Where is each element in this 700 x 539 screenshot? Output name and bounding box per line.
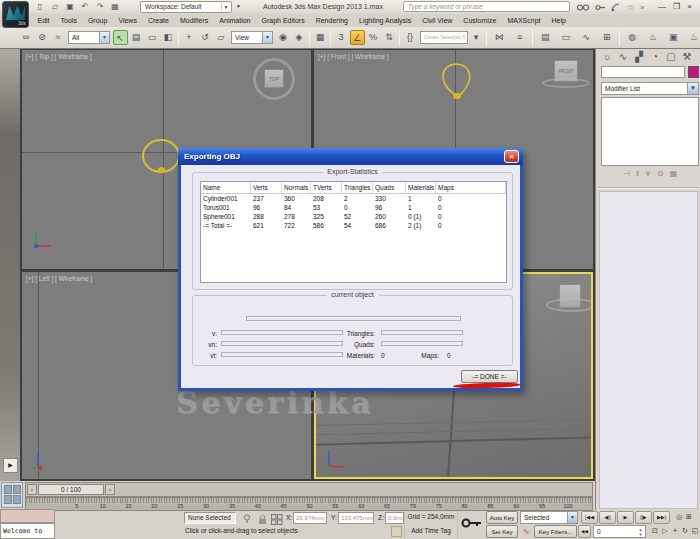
go-to-start-button[interactable]: |◀◀ bbox=[581, 511, 598, 524]
previous-frame-arrow[interactable]: < bbox=[27, 484, 37, 495]
maximize-viewport-icon[interactable]: ◱ bbox=[690, 525, 700, 538]
absolute-relative-coords-icon[interactable] bbox=[271, 514, 283, 525]
menu-civil-view[interactable]: Civil View bbox=[417, 17, 458, 24]
subscription-key-icon[interactable] bbox=[595, 3, 605, 12]
time-slider-track[interactable]: < 0 / 100 > bbox=[25, 482, 593, 497]
make-unique-icon[interactable]: ∨ bbox=[645, 169, 651, 178]
current-frame-field[interactable]: 0▲▼ bbox=[593, 525, 646, 538]
object-name-field[interactable] bbox=[601, 66, 685, 78]
x-coord-field[interactable]: 26,974mm bbox=[293, 512, 327, 524]
window-crossing-icon[interactable]: ◧ bbox=[161, 30, 176, 45]
selection-filter-dropdown-arrow[interactable]: ▼ bbox=[99, 32, 109, 43]
rectangular-selection-region-icon[interactable]: ▭ bbox=[145, 30, 160, 45]
angle-snap-toggle-icon[interactable]: ∠ bbox=[350, 30, 365, 45]
communication-center-icon[interactable] bbox=[611, 3, 621, 12]
bind-to-space-warp-icon[interactable]: ≈ bbox=[51, 30, 66, 45]
show-end-result-icon[interactable]: ‖ bbox=[636, 169, 639, 178]
spinner-snap-toggle-icon[interactable]: ⇅ bbox=[382, 30, 397, 45]
time-slider[interactable]: 0 / 100 bbox=[38, 484, 104, 495]
selection-filter-dropdown[interactable]: All▼ bbox=[68, 31, 110, 44]
select-object-icon[interactable]: ↖ bbox=[113, 30, 128, 45]
set-key-curve-icon[interactable]: ∿ bbox=[520, 525, 532, 538]
next-frame-arrow[interactable]: > bbox=[105, 484, 115, 495]
next-frame-button[interactable]: ||▶ bbox=[635, 511, 652, 524]
object-color-swatch[interactable] bbox=[688, 66, 699, 78]
select-and-rotate-icon[interactable]: ↺ bbox=[198, 30, 213, 45]
menu-group[interactable]: Group bbox=[82, 17, 112, 24]
tab-hierarchy[interactable]: ▞ bbox=[633, 50, 645, 63]
done-button[interactable]: -= DONE =- bbox=[461, 370, 518, 383]
redo-icon[interactable]: ↷ bbox=[94, 1, 106, 12]
tab-modify[interactable]: ∿ bbox=[617, 50, 629, 63]
rendered-frame-window-icon[interactable]: ▣ bbox=[666, 30, 681, 45]
project-folder-icon[interactable]: ▦ bbox=[109, 1, 121, 12]
maxscript-mini-listener[interactable]: Welcome to bbox=[0, 523, 55, 539]
menu-animation[interactable]: Animation bbox=[214, 17, 256, 24]
save-file-icon[interactable]: ▣ bbox=[64, 1, 76, 12]
edit-named-selection-sets-icon[interactable]: {} bbox=[403, 30, 418, 45]
select-by-name-icon[interactable]: ▤ bbox=[129, 30, 144, 45]
modifier-stack-list[interactable] bbox=[601, 97, 699, 166]
selection-lock-icon[interactable] bbox=[258, 514, 267, 525]
tab-utilities[interactable]: ⚒ bbox=[681, 50, 693, 63]
menu-rendering[interactable]: Rendering bbox=[310, 17, 353, 24]
frame-spinner[interactable]: ▲▼ bbox=[637, 527, 644, 538]
named-sets-dropdown-arrow[interactable]: ▾ bbox=[469, 30, 484, 45]
expand-listener-button[interactable]: ▶ bbox=[3, 458, 18, 473]
orbit-icon[interactable]: ↻ bbox=[680, 525, 690, 538]
add-time-tag[interactable]: Add Time Tag bbox=[404, 525, 458, 538]
menu-create[interactable]: Create bbox=[142, 17, 174, 24]
select-and-scale-icon[interactable]: ▱ bbox=[214, 30, 229, 45]
align-icon[interactable]: ≡ bbox=[512, 30, 527, 45]
key-selection-arrow[interactable]: ▼ bbox=[567, 512, 577, 523]
maxscript-macro-recorder[interactable] bbox=[0, 509, 55, 523]
menu-lighting-analysis[interactable]: Lighting Analysis bbox=[353, 17, 416, 24]
select-and-move-icon[interactable]: + bbox=[182, 30, 197, 45]
snaps-toggle-icon[interactable]: 3 bbox=[334, 30, 349, 45]
previous-frame-button[interactable]: ◀|| bbox=[599, 511, 616, 524]
viewport-left-label[interactable]: [+] [ Left ] [ Wireframe ] bbox=[26, 275, 92, 282]
restore-button[interactable]: ❐ bbox=[673, 2, 680, 11]
viewport-layout-button[interactable] bbox=[1, 482, 23, 508]
menu-modifiers[interactable]: Modifiers bbox=[174, 17, 213, 24]
menu-customize[interactable]: Customize bbox=[458, 17, 502, 24]
configure-modifier-sets-icon[interactable]: ▦ bbox=[670, 169, 678, 178]
zoom-region-icon[interactable]: ⊡ bbox=[650, 525, 660, 538]
time-tag-cube-icon[interactable] bbox=[391, 526, 402, 537]
minimize-button[interactable]: — bbox=[658, 2, 666, 11]
3ds-max-logo[interactable]: 3ds bbox=[2, 1, 29, 28]
menu-views[interactable]: Views bbox=[113, 17, 143, 24]
modifier-list-dropdown[interactable]: Modifier List▼ bbox=[601, 82, 699, 95]
go-to-end-button[interactable]: ▶▶| bbox=[653, 511, 670, 524]
favorites-star-icon[interactable]: ☆ bbox=[627, 3, 634, 12]
set-keys-key-icon[interactable] bbox=[461, 516, 484, 531]
material-editor-icon[interactable]: ◍ bbox=[625, 30, 640, 45]
key-mode-toggle[interactable]: ◀◀ bbox=[578, 525, 591, 538]
reference-coordinate-system-dropdown[interactable]: View▼ bbox=[231, 31, 273, 44]
remove-modifier-icon[interactable]: ⊝ bbox=[657, 169, 664, 178]
named-selection-sets-field[interactable]: Create Selection S bbox=[420, 31, 468, 44]
torus-wireframe-front[interactable] bbox=[436, 60, 480, 104]
y-coord-field[interactable]: 130,475mm bbox=[338, 512, 374, 524]
key-filters-button[interactable]: Key Filters... bbox=[534, 525, 577, 538]
z-coord-field[interactable]: 0,0mm bbox=[385, 512, 404, 524]
menu-edit[interactable]: Edit bbox=[32, 17, 55, 24]
render-setup-icon[interactable]: ♨ bbox=[645, 30, 660, 45]
track-bar[interactable]: 5101520253035404550556065707580859095100 bbox=[25, 497, 593, 511]
modifier-list-arrow[interactable]: ▼ bbox=[687, 83, 698, 94]
field-of-view-icon[interactable]: ▷ bbox=[660, 525, 670, 538]
menu-graph-editors[interactable]: Graph Editors bbox=[256, 17, 310, 24]
undo-icon[interactable]: ↶ bbox=[79, 1, 91, 12]
menu-help[interactable]: Help bbox=[546, 17, 571, 24]
more-icons-chevron[interactable]: » bbox=[640, 4, 644, 11]
auto-key-button[interactable]: Auto Key bbox=[486, 511, 518, 524]
layer-manager-icon[interactable]: ▤ bbox=[538, 30, 553, 45]
menu-tools[interactable]: Tools bbox=[55, 17, 82, 24]
ribbon-toggle-icon[interactable]: ▭ bbox=[558, 30, 573, 45]
select-and-manipulate-icon[interactable]: ◈ bbox=[292, 30, 307, 45]
menu-maxscript[interactable]: MAXScript bbox=[502, 17, 546, 24]
viewcube-top[interactable]: TOP bbox=[264, 69, 284, 88]
pin-stack-icon[interactable]: ⊣ bbox=[623, 169, 630, 178]
zoom-icon[interactable]: ◎ bbox=[674, 511, 684, 524]
curve-editor-icon[interactable]: ∿ bbox=[579, 30, 594, 45]
